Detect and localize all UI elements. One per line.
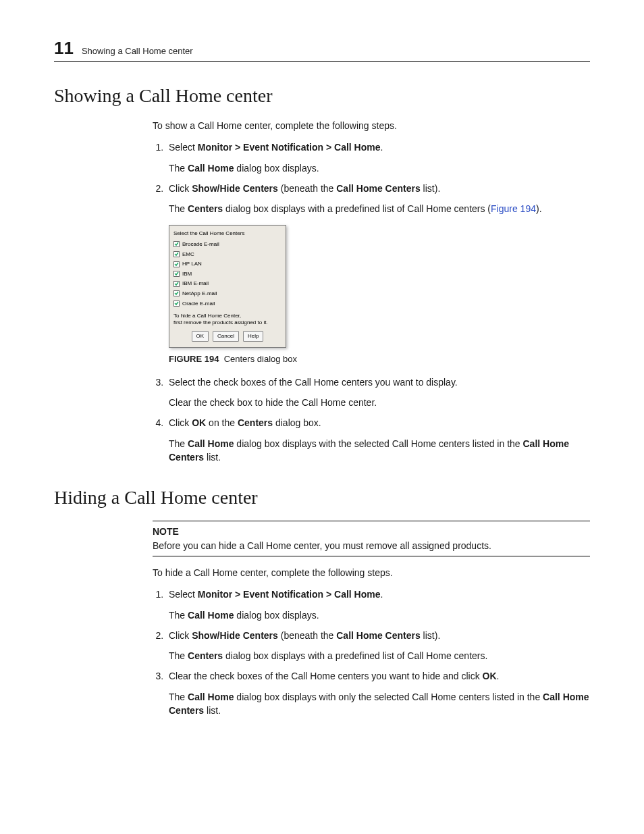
cancel-button[interactable]: Cancel	[213, 331, 239, 342]
text: dialog box displays with a predefined li…	[223, 203, 491, 214]
text: Click	[169, 417, 192, 428]
text: Click	[169, 183, 192, 194]
intro: To hide a Call Home center, complete the…	[153, 566, 590, 579]
text: .	[381, 142, 383, 153]
text: (beneath the	[278, 630, 336, 641]
text: .	[497, 671, 500, 681]
step-1: Select Monitor > Event Notification > Ca…	[166, 140, 590, 175]
figure-number: FIGURE 194	[169, 354, 219, 364]
text: The	[169, 610, 188, 621]
intro: To show a Call Home center, complete the…	[153, 119, 590, 132]
checkbox-label: HP LAN	[182, 260, 202, 268]
text: Select	[169, 142, 198, 153]
text: dialog box.	[273, 417, 321, 428]
term: OK	[192, 417, 206, 428]
term: Call Home Centers	[336, 630, 420, 641]
menu-path: Monitor > Event Notification > Call Home	[198, 142, 381, 153]
term: Call Home	[188, 438, 234, 449]
section-heading: Showing a Call Home center	[54, 85, 590, 107]
term: Call Home	[188, 610, 234, 621]
section-heading: Hiding a Call Home center	[54, 487, 590, 509]
figure-link[interactable]: Figure 194	[491, 203, 536, 214]
term: Centers	[238, 417, 273, 428]
step-3: Clear the check boxes of the Call Home c…	[166, 669, 590, 717]
list-item: Oracle E-mail	[173, 300, 281, 308]
text: Select the check boxes of the Call Home …	[169, 375, 590, 389]
term: Call Home	[188, 692, 234, 702]
text: list).	[421, 183, 441, 194]
text: .	[381, 589, 383, 600]
text: first remove the products assigned to it…	[173, 319, 281, 326]
steps-list: Select Monitor > Event Notification > Ca…	[153, 588, 590, 717]
text: The	[169, 692, 188, 702]
centers-dialog: Select the Call Home Centers Brocade E-m…	[169, 225, 286, 348]
checkbox-label: EMC	[182, 251, 194, 259]
text: The	[169, 650, 188, 661]
list-item: IBM E-mail	[173, 280, 281, 288]
text: list.	[204, 452, 221, 463]
page: 11 Showing a Call Home center Showing a …	[0, 0, 644, 778]
text: Select	[169, 589, 198, 600]
term: Show/Hide Centers	[192, 630, 278, 641]
dialog-caption: Select the Call Home Centers	[173, 230, 281, 238]
text: To hide a Call Home Center,	[173, 313, 281, 319]
note-label: NOTE	[153, 525, 590, 538]
text: The	[169, 438, 188, 449]
text: Clear the check boxes of the Call Home c…	[169, 671, 483, 681]
checkbox-label: NetApp E-mail	[182, 290, 217, 298]
running-header: 11 Showing a Call Home center	[54, 38, 590, 62]
dialog-note: To hide a Call Home Center, first remove…	[173, 313, 281, 325]
checkbox-icon[interactable]	[173, 290, 180, 296]
text: list.	[204, 705, 221, 716]
note-text: Before you can hide a Call Home center, …	[153, 539, 590, 552]
text: The	[169, 203, 188, 214]
menu-path: Monitor > Event Notification > Call Home	[198, 589, 381, 600]
term: Show/Hide Centers	[192, 183, 278, 194]
checkbox-icon[interactable]	[173, 251, 180, 257]
text: dialog box displays with the selected Ca…	[234, 438, 522, 449]
term: Centers	[188, 203, 223, 214]
term: OK	[483, 671, 497, 681]
checkbox-icon[interactable]	[173, 281, 180, 287]
text: Clear the check box to hide the Call Hom…	[169, 396, 590, 409]
step-4: Click OK on the Centers dialog box. The …	[166, 416, 590, 464]
checkbox-icon[interactable]	[173, 271, 180, 277]
term: Call Home	[188, 163, 234, 174]
list-item: HP LAN	[173, 260, 281, 268]
ok-button[interactable]: OK	[192, 331, 209, 342]
figure: Select the Call Home Centers Brocade E-m…	[169, 225, 590, 348]
step-3: Select the check boxes of the Call Home …	[166, 375, 590, 410]
steps-list: Select Monitor > Event Notification > Ca…	[153, 140, 590, 464]
step-2: Click Show/Hide Centers (beneath the Cal…	[166, 182, 590, 366]
text: dialog box displays with a predefined li…	[223, 650, 487, 661]
text: (beneath the	[278, 183, 336, 194]
figure-caption: FIGURE 194 Centers dialog box	[169, 353, 590, 366]
text: dialog box displays.	[234, 163, 319, 174]
term: Call Home Centers	[336, 183, 420, 194]
text: list).	[421, 630, 441, 641]
text: The	[169, 163, 188, 174]
list-item: NetApp E-mail	[173, 290, 281, 298]
list-item: IBM	[173, 270, 281, 278]
checkbox-icon[interactable]	[173, 241, 180, 247]
step-1: Select Monitor > Event Notification > Ca…	[166, 588, 590, 622]
checkbox-icon[interactable]	[173, 301, 180, 307]
checkbox-label: Brocade E-mail	[182, 240, 219, 249]
checkbox-label: IBM E-mail	[182, 280, 209, 288]
chapter-number: 11	[54, 38, 74, 59]
term: Centers	[188, 650, 223, 661]
checkbox-label: IBM	[182, 270, 192, 278]
list-item: Brocade E-mail	[173, 240, 281, 249]
running-title: Showing a Call Home center	[82, 46, 193, 56]
text: Click	[169, 630, 192, 641]
text: ).	[536, 203, 542, 214]
text: on the	[206, 417, 238, 428]
text: dialog box displays.	[234, 610, 319, 621]
text: dialog box displays with only the select…	[234, 692, 543, 702]
step-2: Click Show/Hide Centers (beneath the Cal…	[166, 629, 590, 663]
checkbox-list: Brocade E-mail EMC HP LAN IBM IBM E-mail…	[173, 240, 281, 307]
help-button[interactable]: Help	[243, 331, 263, 342]
checkbox-icon[interactable]	[173, 261, 180, 267]
list-item: EMC	[173, 251, 281, 259]
figure-title: Centers dialog box	[224, 354, 297, 364]
